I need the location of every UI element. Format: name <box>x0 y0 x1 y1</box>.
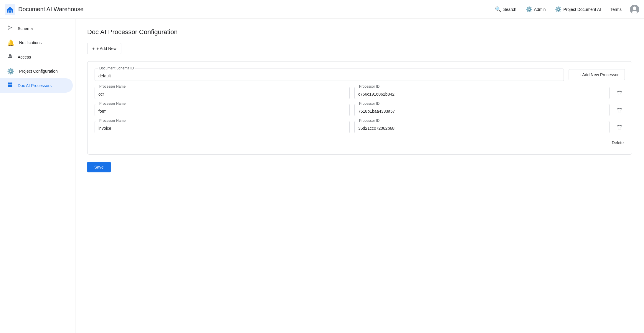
page-title: Doc AI Processor Configuration <box>87 28 632 36</box>
processor-name-input-0[interactable] <box>95 87 350 99</box>
add-new-processor-label: + Add New Processor <box>579 72 619 77</box>
svg-rect-13 <box>8 83 10 85</box>
card-footer: Delete <box>95 138 625 147</box>
trash-icon-1 <box>617 107 622 113</box>
svg-rect-14 <box>10 83 12 85</box>
app-title: Document AI Warehouse <box>18 6 84 13</box>
project-label: Project Document AI <box>563 7 601 12</box>
admin-label: Admin <box>534 7 546 12</box>
processor-name-input-1[interactable] <box>95 104 350 116</box>
access-icon <box>7 53 13 61</box>
svg-point-10 <box>9 54 11 56</box>
sidebar-item-project-configuration-label: Project Configuration <box>19 69 58 74</box>
sidebar-item-access-label: Access <box>18 55 31 59</box>
processor-id-wrapper-1: Processor ID <box>354 104 610 116</box>
processor-id-input-0[interactable] <box>354 87 610 99</box>
add-new-processor-button[interactable]: + + Add New Processor <box>569 69 625 80</box>
notifications-icon: 🔔 <box>7 39 14 46</box>
delete-processor-button-1[interactable] <box>614 105 625 115</box>
project-button[interactable]: ⚙️ Project Document AI <box>554 4 602 15</box>
sidebar-item-doc-ai-processors-label: Doc AI Processors <box>18 83 52 88</box>
svg-rect-15 <box>8 85 10 87</box>
processor-name-wrapper-1: Processor Name <box>95 104 350 116</box>
processor-row: Processor Name Processor ID <box>95 104 625 116</box>
project-icon: ⚙️ <box>555 6 562 13</box>
sidebar: Schema 🔔 Notifications Access ⚙️ Project… <box>0 19 75 333</box>
delete-processor-button-2[interactable] <box>614 122 625 132</box>
schema-row: Document Schema ID + + Add New Processor <box>95 69 625 81</box>
main-content: Doc AI Processor Configuration + + Add N… <box>75 19 644 333</box>
svg-rect-1 <box>9 10 11 12</box>
terms-button[interactable]: Terms <box>609 5 623 14</box>
sidebar-item-notifications[interactable]: 🔔 Notifications <box>0 36 73 50</box>
search-button[interactable]: 🔍 Search <box>494 4 517 15</box>
processor-name-wrapper-2: Processor Name <box>95 121 350 133</box>
delete-label: Delete <box>612 140 624 145</box>
trash-icon-0 <box>617 90 622 96</box>
sidebar-item-schema[interactable]: Schema <box>0 21 73 36</box>
doc-ai-processors-icon <box>7 82 13 89</box>
terms-label: Terms <box>610 7 622 12</box>
sidebar-item-doc-ai-processors[interactable]: Doc AI Processors <box>0 78 73 93</box>
svg-point-7 <box>11 27 12 28</box>
sidebar-item-project-configuration[interactable]: ⚙️ Project Configuration <box>0 64 73 78</box>
svg-point-5 <box>8 26 9 26</box>
svg-point-3 <box>633 6 636 10</box>
processor-row: Processor Name Processor ID <box>95 87 625 99</box>
processor-name-input-2[interactable] <box>95 121 350 133</box>
app-logo: Document AI Warehouse <box>5 4 84 15</box>
svg-line-9 <box>9 28 11 29</box>
processor-id-wrapper-2: Processor ID <box>354 121 610 133</box>
svg-point-6 <box>8 29 9 29</box>
top-nav: Document AI Warehouse 🔍 Search ⚙️ Admin … <box>0 0 644 19</box>
trash-icon-2 <box>617 124 622 130</box>
avatar[interactable] <box>630 5 639 14</box>
top-nav-actions: 🔍 Search ⚙️ Admin ⚙️ Project Document AI… <box>494 4 639 15</box>
processor-id-input-2[interactable] <box>354 121 610 133</box>
add-new-button[interactable]: + + Add New <box>87 43 121 54</box>
add-processor-icon: + <box>575 72 577 77</box>
document-schema-id-wrapper: Document Schema ID <box>95 69 564 81</box>
processor-rows: Processor Name Processor ID Processor Na… <box>95 87 625 133</box>
search-icon: 🔍 <box>495 6 501 13</box>
schema-icon <box>7 25 13 32</box>
processor-row: Processor Name Processor ID <box>95 121 625 133</box>
processor-name-wrapper-0: Processor Name <box>95 87 350 99</box>
sidebar-item-notifications-label: Notifications <box>19 40 42 45</box>
svg-rect-16 <box>10 85 12 87</box>
sidebar-item-access[interactable]: Access <box>0 50 73 64</box>
add-new-icon: + <box>92 46 95 51</box>
admin-icon: ⚙️ <box>526 6 532 13</box>
processor-id-input-1[interactable] <box>354 104 610 116</box>
admin-button[interactable]: ⚙️ Admin <box>525 4 547 15</box>
save-button[interactable]: Save <box>87 162 111 172</box>
document-schema-id-input[interactable] <box>95 69 564 81</box>
svg-line-8 <box>9 26 11 28</box>
logo-icon <box>5 4 15 15</box>
search-label: Search <box>503 7 516 12</box>
config-card: Document Schema ID + + Add New Processor… <box>87 61 632 155</box>
processor-id-wrapper-0: Processor ID <box>354 87 610 99</box>
add-new-label: + Add New <box>96 46 116 51</box>
sidebar-item-schema-label: Schema <box>18 26 33 31</box>
delete-processor-button-0[interactable] <box>614 88 625 98</box>
save-label: Save <box>94 165 104 169</box>
svg-point-11 <box>11 55 12 56</box>
delete-card-button[interactable]: Delete <box>611 138 625 147</box>
project-configuration-icon: ⚙️ <box>7 68 14 75</box>
layout: Schema 🔔 Notifications Access ⚙️ Project… <box>0 19 644 333</box>
